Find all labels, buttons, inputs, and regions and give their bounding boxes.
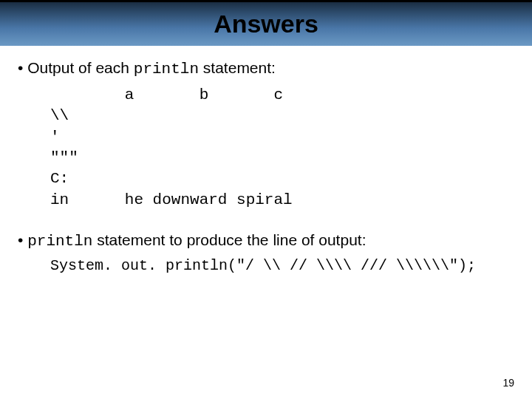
slide-content: • Output of each println statement: a b … xyxy=(0,46,532,274)
output-block: a b c \\ ' """ C: in he downward spiral xyxy=(50,85,514,211)
code-line: System. out. println("/ \\ // \\\\ /// \… xyxy=(50,257,514,274)
slide-title: Answers xyxy=(214,10,318,38)
bullet-output-of-each: • Output of each println statement: xyxy=(18,59,514,78)
bullet1-code: println xyxy=(134,61,199,78)
bullet-println-produce: • println statement to produce the line … xyxy=(18,231,514,250)
bullet2-prefix: • xyxy=(18,231,27,248)
bullet1-prefix: • Output of each xyxy=(18,59,134,76)
slide-header: Answers xyxy=(0,0,532,46)
bullet2-code: println xyxy=(27,233,92,250)
bullet1-suffix: statement: xyxy=(199,59,276,76)
page-number: 19 xyxy=(502,377,514,389)
bullet2-suffix: statement to produce the line of output: xyxy=(92,231,366,248)
